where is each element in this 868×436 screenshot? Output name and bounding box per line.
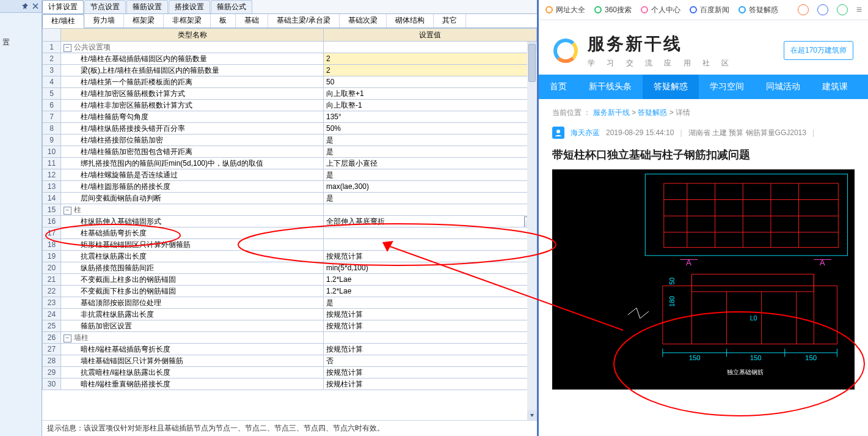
breadcrumb-link[interactable]: 服务新干线 [593, 108, 630, 117]
toolbar-link[interactable]: 360搜索 [594, 5, 632, 15]
setting-name-cell[interactable]: 暗柱/端柱基础插筋弯折长度 [61, 344, 324, 355]
setting-value-cell[interactable] [324, 204, 537, 216]
nav-item[interactable]: 建筑课 [811, 75, 859, 99]
pin-icon[interactable] [22, 2, 29, 10]
setting-value-cell[interactable]: min(5*d,100) [324, 262, 537, 274]
toolbar-menu-icon[interactable]: ≡ [856, 4, 862, 15]
setting-name-cell[interactable]: 柱基础插筋弯折长度 [61, 227, 324, 239]
setting-value-cell[interactable]: 1.2*Lae [324, 274, 537, 286]
sub-tab[interactable]: 其它 [434, 14, 466, 28]
sub-tab[interactable]: 基础 [236, 14, 268, 28]
main-tab[interactable]: 计算设置 [42, 0, 84, 13]
toolbar-circle-icon[interactable] [837, 4, 848, 15]
setting-value-cell[interactable]: 上下层最小直径 [324, 158, 537, 169]
setting-value-cell[interactable] [324, 227, 537, 239]
main-tab[interactable]: 搭接设置 [169, 0, 210, 13]
setting-value-cell[interactable]: 2 [324, 53, 537, 65]
nav-item[interactable]: 新干线头条 [578, 75, 643, 99]
setting-value-cell[interactable]: 135° [324, 111, 537, 123]
breadcrumb-link[interactable]: 答疑解惑 [638, 108, 667, 117]
setting-name-cell[interactable]: 柱/墙柱加密区箍筋根数计算方式 [61, 88, 324, 100]
toolbar-circle-icon[interactable] [798, 4, 809, 15]
sub-tab[interactable]: 板 [211, 14, 236, 28]
setting-name-cell[interactable]: 柱纵筋伸入基础锚固形式 [61, 216, 324, 227]
setting-name-cell[interactable]: 暗柱/端柱垂直钢筋搭接长度 [61, 379, 324, 390]
setting-name-cell[interactable]: 柱/墙柱纵筋搭接接头错开百分率 [61, 123, 324, 135]
setting-value-cell[interactable]: 按规范计算 [324, 344, 537, 355]
setting-value-cell[interactable]: 50 [324, 76, 537, 88]
toolbar-link[interactable]: 个人中心 [640, 5, 680, 15]
sub-tab[interactable]: 砌体结构 [387, 14, 434, 28]
sub-tab[interactable]: 柱/墙柱 [42, 14, 84, 28]
sub-tab[interactable]: 基础次梁 [340, 14, 387, 28]
setting-value-cell[interactable]: 1.2*Lae [324, 286, 537, 297]
nav-item[interactable]: 同城活动 [755, 75, 811, 99]
sub-tab[interactable]: 非框架梁 [164, 14, 211, 28]
setting-name-cell[interactable]: −墙柱 [61, 332, 324, 344]
setting-name-cell[interactable]: 墙柱基础锚固区只计算外侧箍筋 [61, 355, 324, 367]
setting-name-cell[interactable]: 抗震暗柱/端柱纵筋露出长度 [61, 367, 324, 379]
setting-value-cell[interactable]: 按规柱计算 [324, 379, 537, 390]
tree-collapse-icon[interactable]: − [64, 207, 71, 215]
setting-value-cell[interactable]: 是 [324, 135, 537, 146]
setting-name-cell[interactable]: −公共设置项 [61, 42, 324, 53]
setting-name-cell[interactable]: 不变截面下柱多出的钢筋锚固 [61, 286, 324, 297]
toolbar-circle-icon[interactable] [817, 4, 828, 15]
sub-tab[interactable]: 框架梁 [124, 14, 164, 28]
setting-value-cell[interactable]: 是 [324, 297, 537, 309]
setting-value-cell[interactable]: 是 [324, 146, 537, 158]
setting-name-cell[interactable]: 不变截面上柱多出的钢筋锚固 [61, 274, 324, 286]
scroll-down-icon[interactable] [527, 410, 537, 420]
main-tab[interactable]: 节点设置 [84, 0, 126, 13]
setting-value-cell[interactable]: max(lae,300) [324, 181, 537, 193]
setting-name-cell[interactable]: 柱/墙柱圆形箍筋的搭接长度 [61, 181, 324, 193]
nav-item[interactable]: 答疑解惑 [643, 75, 699, 99]
setting-value-cell[interactable] [324, 239, 537, 251]
setting-name-cell[interactable]: 纵筋搭接范围箍筋间距 [61, 262, 324, 274]
setting-value-cell[interactable] [324, 332, 537, 344]
setting-name-cell[interactable]: 柱/墙柱非加密区箍筋根数计算方式 [61, 100, 324, 111]
setting-name-cell[interactable]: 非抗震柱纵筋露出长度 [61, 309, 324, 320]
nav-item[interactable]: 学习空间 [699, 75, 755, 99]
setting-name-cell[interactable]: 柱/墙柱螺旋箍筋是否连续通过 [61, 169, 324, 181]
setting-value-cell[interactable]: 向上取整-1 [324, 100, 537, 111]
setting-name-cell[interactable]: 绑扎搭接范围内的箍筋间距min(5d,100)中，纵筋d的取值 [61, 158, 324, 169]
toolbar-link[interactable]: 网址大全 [545, 5, 585, 15]
main-tab[interactable]: 箍筋公式 [211, 0, 252, 13]
vertical-scrollbar[interactable] [527, 42, 537, 420]
setting-name-cell[interactable]: 柱/墙柱箍筋弯勾角度 [61, 111, 324, 123]
setting-name-cell[interactable]: 柱/墙柱在基础插筋锚固区内的箍筋数量 [61, 53, 324, 65]
toolbar-link[interactable]: 百度新闻 [689, 5, 729, 15]
setting-name-cell[interactable]: 箍筋加密区设置 [61, 320, 324, 332]
tree-collapse-icon[interactable]: − [64, 44, 71, 52]
close-icon[interactable] [32, 2, 39, 10]
setting-name-cell[interactable]: −柱 [61, 204, 324, 216]
setting-value-cell[interactable] [324, 42, 537, 53]
tree-collapse-icon[interactable]: − [64, 334, 71, 342]
cta-button[interactable]: 在超170万建筑师 [784, 41, 853, 60]
post-author[interactable]: 海天亦蓝 [571, 128, 600, 138]
setting-value-cell[interactable]: 2 [324, 65, 537, 76]
setting-name-cell[interactable]: 抗震柱纵筋露出长度 [61, 251, 324, 262]
setting-value-cell[interactable]: 按规范计算 [324, 251, 537, 262]
setting-value-cell[interactable]: 是 [324, 169, 537, 181]
nav-item[interactable]: 首页 [539, 75, 578, 99]
scroll-thumb[interactable] [528, 44, 536, 82]
setting-value-cell[interactable]: 按规范计算 [324, 367, 537, 379]
setting-value-cell[interactable]: 是 [324, 193, 537, 204]
toolbar-link[interactable]: 答疑解惑 [738, 5, 778, 15]
setting-value-cell[interactable]: 按规范计算 [324, 320, 537, 332]
setting-value-cell[interactable]: 否 [324, 355, 537, 367]
setting-value-cell[interactable]: 全部伸入基底弯折全部伸入基底弯折角筋伸入基底弯折 [324, 216, 537, 227]
setting-value-cell[interactable]: 按规范计算 [324, 309, 537, 320]
main-tab[interactable]: 箍筋设置 [126, 0, 168, 13]
setting-name-cell[interactable]: 层间变截面钢筋自动判断 [61, 193, 324, 204]
setting-name-cell[interactable]: 柱/墙柱第一个箍筋距楼板面的距离 [61, 76, 324, 88]
setting-name-cell[interactable]: 梁(板)上柱/墙柱在插筋锚固区内的箍筋数量 [61, 65, 324, 76]
setting-name-cell[interactable]: 矩形柱基础锚固区只计算外侧箍筋 [61, 239, 324, 251]
setting-name-cell[interactable]: 柱/墙柱箍筋加密范围包含错开距离 [61, 146, 324, 158]
sub-tab[interactable]: 基础主梁/承台梁 [268, 14, 339, 28]
sub-tab[interactable]: 剪力墙 [84, 14, 124, 28]
setting-value-cell[interactable]: 向上取整+1 [324, 88, 537, 100]
setting-value-cell[interactable]: 50% [324, 123, 537, 135]
